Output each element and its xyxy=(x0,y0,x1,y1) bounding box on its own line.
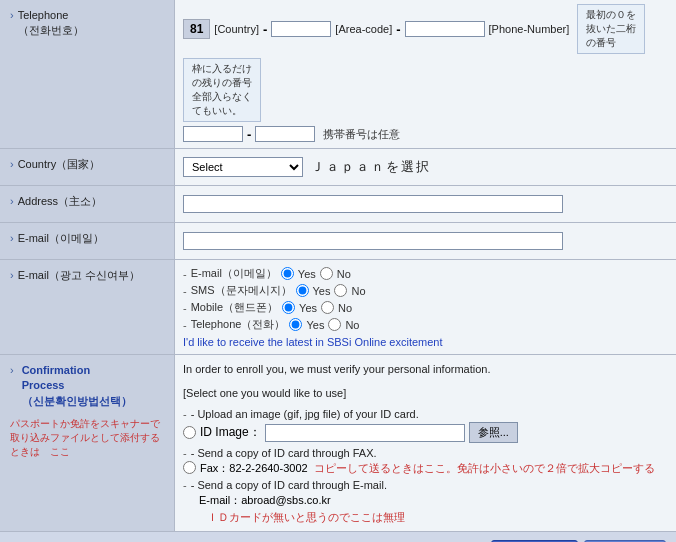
telephone-arrow: › xyxy=(10,9,14,21)
bullet3: - xyxy=(183,302,187,314)
email-pref-row-4: - Telephone（전화） Yes No xyxy=(183,317,668,332)
country-arrow: › xyxy=(10,158,14,170)
no-label-4: No xyxy=(345,319,359,331)
id-note: ＩＤカードが無いと思うのでここは無理 xyxy=(207,511,405,523)
bullet1: - xyxy=(183,268,187,280)
email-pref-row-1: - E-mail（이메일） Yes No xyxy=(183,266,668,281)
pref-label-3: Mobile（핸드폰） xyxy=(191,300,278,315)
radio-options: - E-mail（이메일） Yes No - SMS（문자메시지） Yes No xyxy=(183,266,668,332)
fax-item: - - Send a copy of ID card through FAX. xyxy=(183,447,668,459)
tel-no-radio[interactable] xyxy=(328,318,341,331)
email-arrow: › xyxy=(10,232,14,244)
email-id-text: - Send a copy of ID card through E-mail. xyxy=(191,479,387,491)
email-content xyxy=(175,223,676,259)
confirmation-section: › Confirmation Process （신분확인방법선택） パスポートか… xyxy=(0,355,676,532)
upload-bullet: - xyxy=(183,408,187,420)
fax-bullet: - xyxy=(183,447,187,459)
phone-note2: 枠に入るだけの残りの番号全部入らなくてもいい。 xyxy=(183,58,261,122)
email-id-bullet: - xyxy=(183,479,187,491)
yes-label-3: Yes xyxy=(299,302,317,314)
confirmation-arrow: › xyxy=(10,364,14,376)
confirmation-content: In order to enroll you, we must verify y… xyxy=(175,355,676,531)
confirmation-left: › Confirmation Process （신분확인방법선택） パスポートか… xyxy=(0,355,175,531)
confirmation-text-1: In order to enroll you, we must verify y… xyxy=(183,361,668,379)
no-label-1: No xyxy=(337,268,351,280)
bullet2: - xyxy=(183,285,187,297)
sms-yes-radio[interactable] xyxy=(296,284,309,297)
id-image-row: ID Image： 参照... xyxy=(183,422,668,443)
mobile-input2[interactable] xyxy=(255,126,315,142)
email-contact-row: E-mail：abroad@sbs.co.kr xyxy=(183,493,668,508)
id-note-row: ＩＤカードが無いと思うのでここは無理 xyxy=(197,510,668,525)
sms-no-radio[interactable] xyxy=(334,284,347,297)
mobile-yes-radio[interactable] xyxy=(282,301,295,314)
email-label: E-mail（이메일） xyxy=(18,231,104,246)
email-item: - - Send a copy of ID card through E-mai… xyxy=(183,479,668,491)
email-no-radio[interactable] xyxy=(320,267,333,280)
passport-note: パスポートか免許をスキャナーで取り込みファイルとして添付するときは ここ xyxy=(10,417,164,459)
upload-item: - - Upload an image (gif, jpg file) of y… xyxy=(183,408,668,420)
email-input[interactable] xyxy=(183,232,563,250)
phone-note: 最初の０を抜いた二桁の番号 xyxy=(577,4,645,54)
browse-button[interactable]: 参照... xyxy=(469,422,518,443)
dash1: - xyxy=(263,22,267,37)
confirmation-header: › Confirmation Process （신분확인방법선택） xyxy=(10,363,164,409)
footer-buttons: ▶ Submit ▶ Cancel xyxy=(0,532,676,542)
excitement-link[interactable]: I'd like to receive the latest in SBSi O… xyxy=(183,336,668,348)
fax-copy-note: コピーして送るときはここ。免許は小さいので２倍で拡大コピーする xyxy=(314,461,655,476)
id-image-radio[interactable] xyxy=(183,426,196,439)
fax-text: - Send a copy of ID card through FAX. xyxy=(191,447,377,459)
email-section: › E-mail（이메일） xyxy=(0,223,676,260)
fax-row: Fax：82-2-2640-3002 コピーして送るときはここ。免許は小さいので… xyxy=(183,461,668,476)
country-section: › Country（国家） Select Ｊａｐａｎを選択 xyxy=(0,149,676,186)
email-prefs-section: › E-mail（광고 수신여부） - E-mail（이메일） Yes No - xyxy=(0,260,676,355)
email-pref-row-2: - SMS（문자메시지） Yes No xyxy=(183,283,668,298)
no-label-2: No xyxy=(351,285,365,297)
dash2: - xyxy=(396,22,400,37)
confirmation-text-2: [Select one you would like to use] xyxy=(183,385,668,403)
country-bracket: [Country] xyxy=(214,23,259,35)
country-content: Select Ｊａｐａｎを選択 xyxy=(175,149,676,185)
country-code: 81 xyxy=(183,19,210,39)
email-contact-address: E-mail：abroad@sbs.co.kr xyxy=(199,493,331,508)
email-prefs-arrow: › xyxy=(10,269,14,281)
fax-radio[interactable] xyxy=(183,461,196,474)
pref-label-4: Telephone（전화） xyxy=(191,317,286,332)
address-label: Address（主소） xyxy=(18,194,102,209)
phone-bracket: [Phone-Number] xyxy=(489,23,570,35)
email-yes-radio[interactable] xyxy=(281,267,294,280)
yes-label-2: Yes xyxy=(313,285,331,297)
country-label: Country（国家） xyxy=(18,157,101,172)
japan-label: Ｊａｐａｎを選択 xyxy=(311,158,431,176)
country-select[interactable]: Select xyxy=(183,157,303,177)
fax-number: Fax：82-2-2640-3002 xyxy=(200,461,308,476)
address-arrow: › xyxy=(10,195,14,207)
bullet4: - xyxy=(183,319,187,331)
telephone-section: › Telephone（전화번호） 81 [Country] - [Area-c… xyxy=(0,0,676,149)
area-bracket: [Area-code] xyxy=(335,23,392,35)
tel-yes-radio[interactable] xyxy=(289,318,302,331)
no-label-3: No xyxy=(338,302,352,314)
phone-number-input[interactable] xyxy=(405,21,485,37)
email-pref-row-3: - Mobile（핸드폰） Yes No xyxy=(183,300,668,315)
address-section: › Address（主소） xyxy=(0,186,676,223)
id-image-input[interactable] xyxy=(265,424,465,442)
mobile-input1[interactable] xyxy=(183,126,243,142)
email-prefs-content: - E-mail（이메일） Yes No - SMS（문자메시지） Yes No xyxy=(175,260,676,354)
mobile-dash: - xyxy=(247,127,251,142)
telephone-content: 81 [Country] - [Area-code] - [Phone-Numb… xyxy=(175,0,676,148)
address-input[interactable] xyxy=(183,195,563,213)
confirmation-label: Confirmation Process （신분확인방법선택） xyxy=(22,363,132,409)
mobile-no-radio[interactable] xyxy=(321,301,334,314)
address-content xyxy=(175,186,676,222)
page-container: › Telephone（전화번호） 81 [Country] - [Area-c… xyxy=(0,0,676,542)
mobile-row: - 携帯番号は任意 xyxy=(183,126,668,142)
yes-label-1: Yes xyxy=(298,268,316,280)
email-prefs-label: E-mail（광고 수신여부） xyxy=(18,268,140,283)
id-image-label: ID Image： xyxy=(200,424,261,441)
yes-label-4: Yes xyxy=(306,319,324,331)
mobile-note: 携帯番号は任意 xyxy=(323,127,400,142)
phone-row: 81 [Country] - [Area-code] - [Phone-Numb… xyxy=(183,4,668,122)
area-code-input[interactable] xyxy=(271,21,331,37)
pref-label-1: E-mail（이메일） xyxy=(191,266,277,281)
